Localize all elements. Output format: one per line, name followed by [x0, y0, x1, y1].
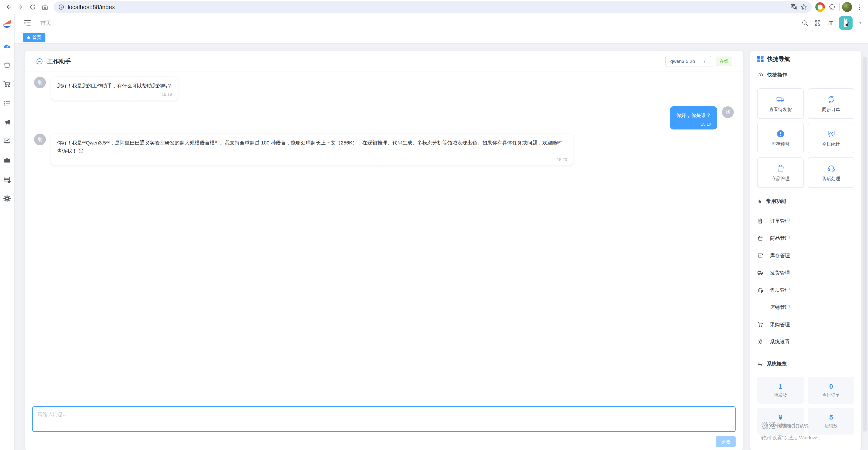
stat-pending-shipments: 1 待发货	[757, 377, 804, 404]
fn-item-label: 店铺管理	[770, 304, 790, 311]
alert-circle-icon	[776, 129, 785, 138]
stat-today-orders: 0 今日订单	[808, 377, 855, 404]
fn-item-system-settings[interactable]: 系统设置	[757, 333, 855, 351]
scrollbar[interactable]	[863, 57, 867, 431]
assistant-avatar: 助	[34, 77, 46, 88]
fn-item-inventory-management[interactable]: 库存管理	[757, 247, 855, 264]
message-row-assistant: 助 您好！我是您的工作助手，有什么可以帮助您的吗？ 15:19	[34, 77, 734, 100]
message-bubble: 您好！我是您的工作助手，有什么可以帮助您的吗？ 15:19	[51, 77, 178, 100]
box-icon	[757, 252, 764, 259]
sidebar-item-gear-icon[interactable]	[2, 194, 11, 203]
sidebar-item-send-icon[interactable]	[2, 118, 11, 127]
sidebar-item-server-gear-icon[interactable]	[2, 175, 11, 184]
quick-action-view-pending-shipments[interactable]: 查看待发货	[757, 88, 804, 119]
message-time: 15:19	[57, 92, 172, 97]
status-badge: 在线	[716, 57, 732, 66]
common-functions-list: 订单管理 商品管理 库存管理	[750, 209, 861, 356]
sidebar-item-dashboard-icon[interactable]	[2, 41, 11, 51]
quick-nav-title: 快捷导航	[767, 55, 790, 63]
cloud-flash-icon	[757, 72, 764, 78]
sidebar-item-monitor-chart-icon[interactable]	[2, 137, 11, 146]
bookmark-star-icon[interactable]	[800, 4, 807, 10]
grid-icon	[757, 56, 764, 62]
quick-actions-title: 快捷操作	[767, 71, 787, 78]
message-list[interactable]: 助 您好！我是您的工作助手，有什么可以帮助您的吗？ 15:19 你好，你是谁？ …	[25, 72, 743, 398]
quick-action-after-sales[interactable]: 售后处理	[808, 157, 855, 188]
assistant-avatar: 助	[34, 133, 46, 145]
message-text: 你好，你是谁？	[676, 111, 711, 119]
forward-icon[interactable]	[16, 2, 25, 12]
breadcrumb[interactable]: 首页	[40, 19, 51, 27]
fn-item-order-management[interactable]: 订单管理	[757, 212, 855, 230]
url-text[interactable]: localhost:88/index	[68, 4, 787, 11]
caret-down-icon[interactable]: ▼	[859, 21, 862, 25]
fn-item-after-sales-management[interactable]: 售后管理	[757, 281, 855, 299]
message-row-assistant: 助 你好！我是**Qwen3.5**，是阿里巴巴通义实验室研发的超大规模语言模型…	[34, 133, 734, 166]
common-functions-label: ★ 常用功能	[750, 193, 861, 209]
site-info-icon[interactable]	[58, 4, 64, 10]
chrome-logo[interactable]	[815, 2, 825, 12]
quick-nav-header: 快捷导航	[750, 51, 861, 67]
back-icon[interactable]	[3, 2, 13, 12]
translate-icon[interactable]	[790, 4, 797, 10]
stat-label: 待发货	[774, 392, 787, 398]
user-avatar[interactable]	[839, 16, 852, 30]
fn-item-product-management[interactable]: 商品管理	[757, 230, 855, 247]
fn-item-shipping-management[interactable]: 发货管理	[757, 264, 855, 281]
url-bar[interactable]: localhost:88/index	[54, 1, 812, 13]
model-select[interactable]: qwen3.5:2b ▼	[665, 56, 711, 67]
headset-icon	[757, 287, 764, 293]
sidebar-item-list-icon[interactable]	[2, 98, 11, 108]
search-icon[interactable]	[802, 20, 808, 26]
message-bubble: 你好，你是谁？ 15:19	[670, 106, 717, 129]
sidebar-item-cart-icon[interactable]	[2, 80, 11, 89]
send-button[interactable]: 发送	[716, 437, 736, 447]
chat-bubble-icon	[36, 58, 43, 65]
sidebar-item-bag-icon[interactable]	[2, 60, 11, 69]
model-select-value: qwen3.5:2b	[671, 59, 695, 64]
empty-icon-slot	[757, 304, 764, 310]
fn-item-purchase-management[interactable]: 采购管理	[757, 316, 855, 333]
quick-nav-panel: 快捷导航 快捷操作 查看待发货	[750, 51, 861, 450]
stat-shop-count: 5 店铺数	[808, 408, 855, 434]
fn-item-label: 商品管理	[770, 235, 790, 242]
cart-icon	[757, 322, 764, 328]
quick-action-label: 商品管理	[772, 176, 789, 182]
reload-icon[interactable]	[28, 2, 38, 12]
fullscreen-icon[interactable]	[814, 20, 821, 26]
message-input[interactable]	[32, 407, 736, 432]
quick-action-label: 售后处理	[822, 176, 840, 182]
sidebar-item-briefcase-icon[interactable]	[2, 156, 11, 165]
kebab-menu-icon[interactable]: ⋮	[855, 3, 865, 11]
fn-item-shop-management[interactable]: 店铺管理	[757, 299, 855, 316]
quick-action-label: 今日统计	[822, 141, 840, 147]
headset-icon	[827, 164, 836, 173]
quick-action-label: 库存预警	[772, 141, 789, 147]
home-icon[interactable]	[40, 2, 50, 12]
browser-profile-avatar[interactable]	[842, 2, 852, 12]
truck-icon	[776, 95, 785, 104]
stat-today-sales: ¥ 今日销售额	[757, 408, 804, 434]
stat-value: 5	[829, 414, 833, 421]
menu-unfold-icon[interactable]	[24, 19, 31, 27]
quick-action-today-stats[interactable]: 今日统计	[808, 123, 855, 153]
quick-action-sync-orders[interactable]: 同步订单	[808, 88, 855, 119]
font-size-icon[interactable]: тT	[827, 20, 833, 27]
quick-action-inventory-alert[interactable]: 库存预警	[757, 123, 804, 153]
fn-item-label: 库存管理	[770, 252, 790, 259]
chevron-down-icon: ▼	[703, 60, 706, 63]
fn-item-label: 发货管理	[770, 269, 790, 276]
chat-header: 工作助手 qwen3.5:2b ▼ 在线	[25, 51, 743, 72]
fn-item-label: 订单管理	[770, 218, 790, 224]
chat-title: 工作助手	[47, 57, 71, 65]
left-sidebar	[0, 14, 14, 450]
user-message-avatar: 我	[722, 106, 734, 118]
page-content: 工作助手 qwen3.5:2b ▼ 在线 助 您好！我是您的工作助手，有什么可以…	[14, 43, 868, 450]
tab-home[interactable]: 首页	[23, 33, 45, 42]
toolbar-separator	[839, 3, 840, 11]
stat-label: 今日销售额	[770, 423, 791, 429]
fn-item-label: 采购管理	[770, 321, 790, 328]
chat-input-area: 发送	[25, 398, 743, 450]
extensions-icon[interactable]	[827, 2, 837, 12]
quick-action-product-management[interactable]: 商品管理	[757, 157, 804, 188]
